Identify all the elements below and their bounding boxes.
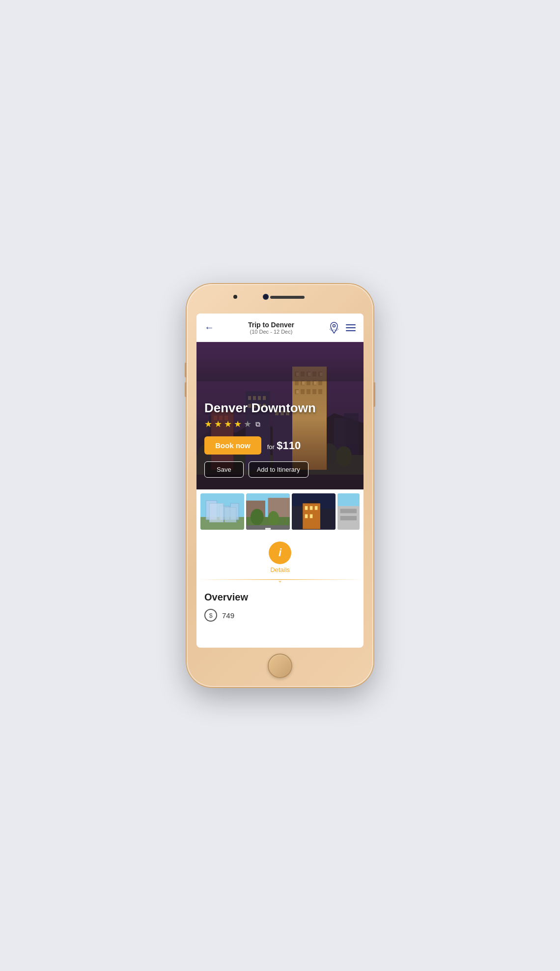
details-label: Details — [270, 566, 290, 573]
details-info-icon[interactable]: i — [269, 542, 291, 564]
book-now-button[interactable]: Book now — [204, 436, 261, 455]
svg-rect-73 — [305, 514, 308, 518]
gallery-photo-1[interactable] — [200, 493, 244, 530]
map-pin-icon[interactable] — [328, 322, 340, 334]
star-4: ★ — [234, 419, 242, 429]
overview-price-value: 749 — [222, 611, 234, 620]
rating-row: ★ ★ ★ ★ ★ ⧉ — [204, 419, 356, 429]
gallery-photo-4[interactable] — [337, 493, 360, 530]
overview-title: Overview — [204, 592, 356, 603]
phone-screen: ← Trip to Denver (10 Dec - 12 Dec) — [196, 314, 364, 648]
photo-gallery — [196, 489, 364, 534]
svg-rect-80 — [340, 509, 357, 513]
svg-rect-55 — [220, 506, 229, 520]
svg-rect-56 — [230, 503, 239, 519]
svg-rect-81 — [340, 516, 357, 520]
volume-up-button — [185, 363, 187, 377]
svg-rect-64 — [265, 528, 271, 529]
header-actions — [328, 322, 356, 334]
menu-line-2 — [346, 327, 356, 328]
price-overview-row: $ 749 — [204, 609, 356, 622]
details-section: i Details — [196, 534, 364, 584]
price-amount: $110 — [277, 439, 301, 452]
svg-point-0 — [333, 324, 336, 327]
front-camera-small — [233, 295, 237, 299]
price-label: for $110 — [267, 439, 301, 452]
svg-rect-68 — [320, 509, 336, 530]
svg-rect-75 — [292, 529, 336, 530]
svg-rect-72 — [315, 506, 318, 510]
save-button[interactable]: Save — [204, 461, 244, 478]
volume-buttons — [185, 363, 187, 397]
phone-mockup: ← Trip to Denver (10 Dec - 12 Dec) — [177, 274, 383, 697]
photo-1-image — [200, 493, 244, 530]
svg-point-62 — [268, 511, 279, 525]
gallery-photo-2[interactable] — [246, 493, 290, 530]
hotel-name: Denver Downtown — [204, 400, 356, 416]
overview-section: Overview $ 749 — [196, 584, 364, 629]
hero-section: Denver Downtown ★ ★ ★ ★ ★ ⧉ Book now for — [196, 342, 364, 489]
hamburger-menu-icon[interactable] — [346, 324, 356, 331]
star-5-empty: ★ — [244, 419, 252, 429]
svg-rect-74 — [310, 514, 313, 518]
photo-4-image — [337, 493, 360, 530]
dollar-circle-icon: $ — [204, 609, 217, 622]
star-1: ★ — [204, 419, 212, 429]
app-header: ← Trip to Denver (10 Dec - 12 Dec) — [196, 314, 364, 342]
star-2: ★ — [214, 419, 222, 429]
page-title: Trip to Denver — [214, 321, 328, 329]
action-buttons: Save Add to Itinerary — [204, 461, 356, 478]
front-camera-main — [263, 294, 269, 300]
add-to-itinerary-button[interactable]: Add to Itinerary — [249, 461, 308, 478]
earpiece-speaker — [270, 296, 305, 299]
volume-down-button — [185, 382, 187, 397]
section-divider — [196, 579, 364, 580]
phone-body: ← Trip to Denver (10 Dec - 12 Dec) — [187, 284, 373, 687]
hero-content: Denver Downtown ★ ★ ★ ★ ★ ⧉ Book now for — [196, 393, 364, 489]
menu-line-3 — [346, 330, 356, 331]
header-title-container: Trip to Denver (10 Dec - 12 Dec) — [214, 321, 328, 335]
star-3: ★ — [224, 419, 232, 429]
menu-line-1 — [346, 324, 356, 325]
power-button — [373, 382, 375, 407]
trip-dates: (10 Dec - 12 Dec) — [214, 329, 328, 335]
home-button[interactable] — [268, 654, 292, 678]
svg-rect-71 — [310, 506, 313, 510]
external-link-icon[interactable]: ⧉ — [255, 420, 260, 428]
back-button[interactable]: ← — [204, 322, 214, 333]
svg-rect-70 — [305, 506, 308, 510]
svg-point-61 — [251, 509, 264, 525]
svg-rect-54 — [206, 501, 217, 520]
photo-3-image — [292, 493, 336, 530]
gallery-photo-3[interactable] — [292, 493, 336, 530]
price-prefix: for — [267, 443, 275, 451]
phone-top-area — [187, 284, 373, 314]
booking-row: Book now for $110 — [204, 436, 356, 455]
photo-2-image — [246, 493, 290, 530]
